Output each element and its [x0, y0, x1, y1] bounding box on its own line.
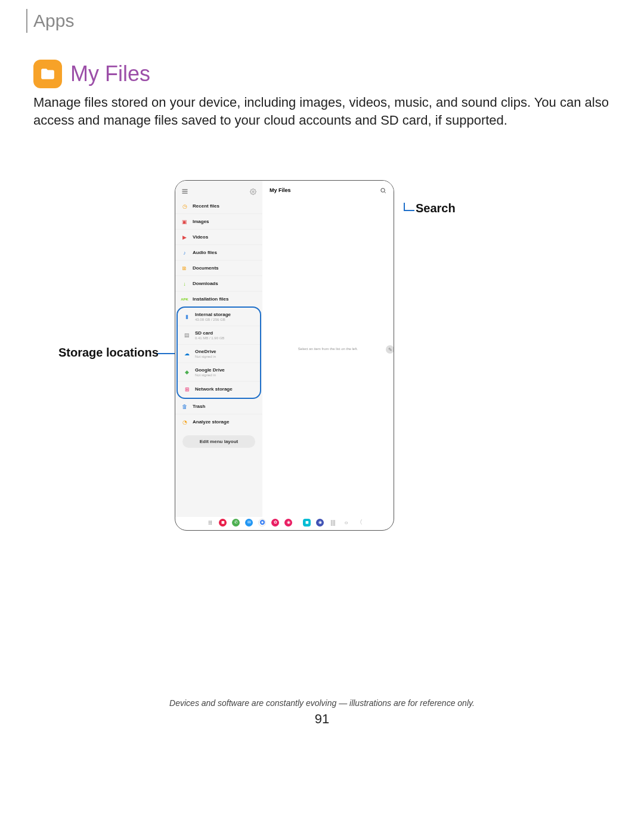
- storage-locations-group: ▮ Internal storage 43.08 GB / 256 GB ▤ S…: [177, 306, 261, 399]
- sidebar-item-google-drive[interactable]: ◆ Google Drive Not signed in: [178, 363, 260, 382]
- sidebar-item-downloads[interactable]: ↓ Downloads: [175, 276, 262, 292]
- sidebar-item-documents[interactable]: 🗎 Documents: [175, 261, 262, 276]
- clock-icon: ◷: [181, 203, 188, 209]
- edit-menu-layout-button[interactable]: Edit menu layout: [182, 435, 255, 448]
- sidebar-item-trash[interactable]: 🗑 Trash: [175, 399, 262, 414]
- analyze-icon: ◔: [181, 419, 188, 425]
- app-title: My Files: [70, 61, 150, 86]
- search-icon[interactable]: [379, 187, 386, 194]
- taskbar-chrome-icon[interactable]: [258, 519, 266, 527]
- taskbar-recent-app-icon[interactable]: ◉: [316, 519, 324, 527]
- device-screenshot: ◷ Recent files ▣ Images ▶ Videos ♪ Audio…: [175, 180, 394, 531]
- storage-icon: ▮: [184, 314, 190, 320]
- svg-point-3: [252, 191, 254, 193]
- callout-storage: Storage locations: [58, 346, 159, 360]
- audio-icon: ♪: [181, 249, 188, 256]
- sidebar-item-videos[interactable]: ▶ Videos: [175, 230, 262, 245]
- video-icon: ▶: [181, 234, 188, 240]
- my-files-app-icon: [33, 60, 62, 88]
- section-name: Apps: [33, 11, 74, 31]
- document-icon: 🗎: [181, 265, 188, 271]
- taskbar-gallery-icon[interactable]: ✿: [271, 519, 279, 527]
- callout-line: [404, 210, 414, 211]
- intro-text: Manage files stored on your device, incl…: [33, 94, 611, 129]
- sidebar-item-images[interactable]: ▣ Images: [175, 214, 262, 230]
- main-pane: My Files Select an item from the list on…: [262, 181, 394, 517]
- taskbar-messages-icon[interactable]: ✉: [245, 519, 253, 527]
- taskbar-recent-app-icon[interactable]: ◼: [303, 519, 311, 527]
- sidebar-item-internal-storage[interactable]: ▮ Internal storage 43.08 GB / 256 GB: [178, 308, 260, 326]
- taskbar-phone-icon[interactable]: ✆: [232, 519, 240, 527]
- sidebar-item-installation[interactable]: APK Installation files: [175, 292, 262, 306]
- page-number: 91: [0, 711, 644, 727]
- taskbar-app-icon[interactable]: ◼: [219, 519, 227, 527]
- footer-note: Devices and software are constantly evol…: [0, 698, 644, 708]
- callout-line: [157, 353, 175, 354]
- hamburger-icon[interactable]: [181, 188, 188, 195]
- page-header: Apps: [26, 9, 74, 33]
- edge-panel-handle[interactable]: ✎: [386, 345, 394, 354]
- sidebar-item-network-storage[interactable]: ⊞ Network storage: [178, 382, 260, 397]
- svg-line-5: [384, 191, 385, 193]
- sidebar-item-analyze[interactable]: ◔ Analyze storage: [175, 414, 262, 429]
- taskbar: ⁞⁞⁞ ◼ ✆ ✉ ✿ ◉ ◼ ◉ ||| ○ 〈: [175, 517, 394, 528]
- main-title: My Files: [270, 187, 291, 193]
- download-icon: ↓: [181, 280, 188, 287]
- back-nav-icon[interactable]: 〈: [355, 518, 363, 527]
- apk-icon: APK: [181, 296, 188, 302]
- svg-point-4: [380, 188, 384, 191]
- onedrive-icon: ☁: [184, 351, 190, 357]
- app-drawer-icon[interactable]: ⁞⁞⁞: [206, 519, 213, 526]
- svg-point-7: [261, 521, 263, 523]
- network-icon: ⊞: [184, 386, 190, 392]
- header-divider: [26, 9, 27, 33]
- sidebar-item-sd-card[interactable]: ▤ SD card 0.41 MB / 1.90 GB: [178, 326, 260, 345]
- sidebar-item-audio[interactable]: ♪ Audio files: [175, 245, 262, 261]
- sidebar: ◷ Recent files ▣ Images ▶ Videos ♪ Audio…: [175, 181, 262, 517]
- empty-state-text: Select an item from the list on the left…: [298, 347, 358, 351]
- sd-card-icon: ▤: [184, 332, 190, 339]
- callout-search: Search: [416, 202, 456, 215]
- sidebar-item-recent[interactable]: ◷ Recent files: [175, 199, 262, 214]
- taskbar-camera-icon[interactable]: ◉: [284, 519, 292, 527]
- google-drive-icon: ◆: [184, 369, 190, 376]
- gear-icon[interactable]: [249, 188, 256, 195]
- sidebar-item-onedrive[interactable]: ☁ OneDrive Not signed in: [178, 345, 260, 363]
- image-icon: ▣: [181, 218, 188, 225]
- section-heading: My Files: [33, 60, 150, 88]
- home-nav-icon[interactable]: ○: [342, 519, 350, 526]
- recents-nav-icon[interactable]: |||: [329, 519, 337, 526]
- trash-icon: 🗑: [181, 403, 188, 410]
